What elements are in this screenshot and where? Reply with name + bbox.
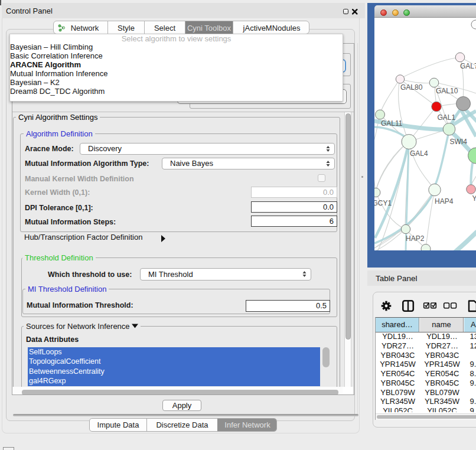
svg-text:HAP2: HAP2 (406, 234, 425, 243)
svg-text:GCY1: GCY1 (374, 199, 392, 207)
svg-text:HAP4: HAP4 (435, 197, 454, 206)
svg-text:GAL10: GAL10 (436, 87, 458, 95)
svg-text:GAL11: GAL11 (381, 119, 403, 128)
svg-text:YEL0: YEL0 (472, 194, 476, 203)
svg-text:SWI4: SWI4 (450, 138, 468, 146)
svg-text:GAL1: GAL1 (438, 113, 456, 122)
svg-text:GAL80: GAL80 (400, 83, 423, 92)
svg-text:GAL7: GAL7 (460, 62, 476, 70)
svg-text:GAL4: GAL4 (410, 149, 428, 158)
